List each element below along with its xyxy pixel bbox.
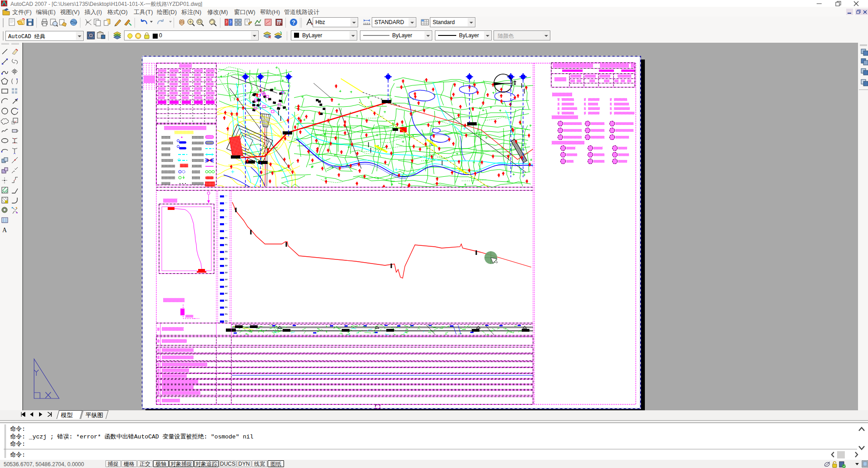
svg-text:A: A <box>2 227 7 234</box>
svg-text:?: ? <box>292 19 295 26</box>
